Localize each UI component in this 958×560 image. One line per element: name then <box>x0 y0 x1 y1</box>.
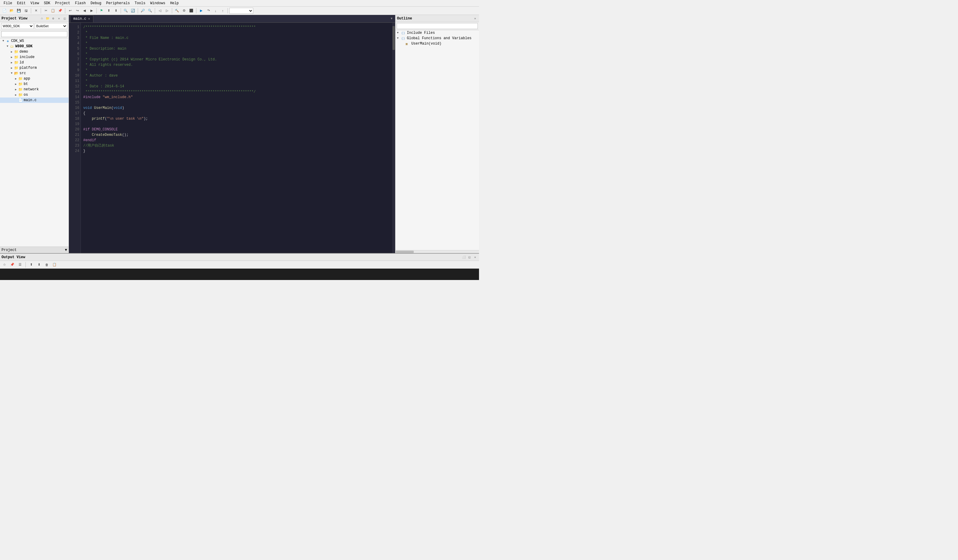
menu-debug[interactable]: Debug <box>88 1 103 6</box>
zoom-out-btn[interactable]: 🔍 <box>147 8 153 14</box>
menu-help[interactable]: Help <box>168 1 181 6</box>
forward-btn[interactable]: ▶ <box>88 8 95 14</box>
output-next-btn[interactable]: ⬇ <box>36 261 42 268</box>
panel-settings-icon[interactable]: ⚙ <box>51 16 56 21</box>
menu-project[interactable]: Project <box>53 1 73 6</box>
tree-item-network[interactable]: ▶ 📁 network <box>0 87 68 92</box>
output-content[interactable] <box>0 269 479 280</box>
label-include: include <box>19 55 35 59</box>
panel-home-icon[interactable]: ⌂ <box>40 16 44 21</box>
tree-item-platform[interactable]: ▶ 📁 platform <box>0 65 68 71</box>
output-clear-btn[interactable]: 🗑 <box>43 261 50 268</box>
code-editor[interactable]: 12345 678910 1112131415 1617181920 21222… <box>69 23 395 253</box>
output-close-icon[interactable]: ✕ <box>473 255 477 259</box>
sep1 <box>31 8 31 13</box>
out-sep1 <box>25 262 26 267</box>
outline-scroll-thumb[interactable] <box>396 251 414 253</box>
scrollbar-thumb[interactable] <box>392 26 395 50</box>
prev-btn[interactable]: ◁ <box>157 8 163 14</box>
undo-btn[interactable]: ↩ <box>67 8 73 14</box>
back-btn[interactable]: ◀ <box>81 8 88 14</box>
panel-float-icon[interactable]: ◱ <box>62 16 67 21</box>
menu-edit[interactable]: Edit <box>15 1 28 6</box>
tree-item-w800[interactable]: ▼ 🗂 W800_SDK <box>0 44 68 49</box>
new-file-btn[interactable]: 📄 <box>1 8 8 14</box>
sep7 <box>155 8 155 13</box>
tree-item-bt[interactable]: ▶ 📁 bt <box>0 81 68 87</box>
output-star-btn[interactable]: ☆ <box>1 261 8 268</box>
tree-item-main-c[interactable]: 📄 main.c <box>0 98 68 103</box>
step-over-btn[interactable]: ↷ <box>205 8 212 14</box>
zoom-in-btn[interactable]: 🔎 <box>140 8 146 14</box>
arrow-os: ▶ <box>14 93 18 96</box>
panel-folder-icon[interactable]: 📁 <box>45 16 50 21</box>
target-dropdown[interactable] <box>229 8 253 14</box>
project-bottom-arrow[interactable]: ▼ <box>65 248 67 252</box>
output-prev-btn[interactable]: ⬆ <box>28 261 35 268</box>
menu-windows[interactable]: Windows <box>148 1 168 6</box>
output-float-icon[interactable]: ◱ <box>467 255 472 259</box>
output-copy-btn[interactable]: 📋 <box>51 261 58 268</box>
redo-btn[interactable]: ↪ <box>74 8 81 14</box>
prev-bookmark-btn[interactable]: ⬆ <box>105 8 112 14</box>
output-pin-btn[interactable]: 📌 <box>9 261 16 268</box>
tree-item-app[interactable]: ▶ 📁 app <box>0 76 68 81</box>
tree-item-include[interactable]: ▶ 📁 include <box>0 54 68 60</box>
outline-item-include-files[interactable]: ▼ ⟨⟩ Include Files <box>395 30 479 36</box>
code-content[interactable]: /***************************************… <box>81 23 392 253</box>
outline-item-global-functions[interactable]: ▼ ⟨⟩ Global Functions and Variables <box>395 36 479 41</box>
output-maximize-icon[interactable]: ⬜ <box>462 255 466 259</box>
sep2 <box>41 8 41 13</box>
tree-item-ld[interactable]: ▶ 📁 ld <box>0 60 68 65</box>
search-btn[interactable]: 🔍 <box>122 8 129 14</box>
stop-btn[interactable]: ⬛ <box>188 8 195 14</box>
cut-btn[interactable]: ✂ <box>43 8 49 14</box>
arrow-demo: ▶ <box>10 50 14 54</box>
menu-sdk[interactable]: SDK <box>41 1 53 6</box>
next-btn[interactable]: ▷ <box>164 8 170 14</box>
project-search-input[interactable] <box>1 31 67 37</box>
step-out-btn[interactable]: ↑ <box>219 8 226 14</box>
build-btn[interactable]: 🔨 <box>174 8 180 14</box>
menu-file[interactable]: File <box>1 1 15 6</box>
outline-close-icon[interactable]: ✕ <box>473 16 477 21</box>
outline-icon-usermain: ▣ <box>406 42 411 46</box>
panel-close-icon[interactable]: ✕ <box>57 16 61 21</box>
editor-tab-dropdown[interactable]: ▼ <box>389 16 394 21</box>
copy-btn[interactable]: 📋 <box>50 8 56 14</box>
outline-header: Outline ✕ <box>395 15 479 22</box>
editor-scrollbar-v[interactable] <box>392 23 395 253</box>
open-btn[interactable]: 📂 <box>8 8 15 14</box>
outline-search-input[interactable] <box>397 23 478 29</box>
save-all-btn[interactable]: 🖫 <box>23 8 29 14</box>
project-panel: Project View ⌂ 📁 ⚙ ✕ ◱ W800_SDK BuildSet… <box>0 15 69 253</box>
tab-close-main-c[interactable]: ✕ <box>88 17 90 21</box>
close-btn[interactable]: ✕ <box>33 8 39 14</box>
menu-peripherals[interactable]: Peripherals <box>104 1 132 6</box>
menu-flash[interactable]: Flash <box>73 1 88 6</box>
buildset-dropdown[interactable]: BuildSet <box>35 23 67 29</box>
editor-tab-main-c[interactable]: main.c ✕ <box>70 15 94 22</box>
rebuild-btn[interactable]: ⚙ <box>181 8 187 14</box>
arrow-w800: ▼ <box>5 45 10 48</box>
outline-item-usermain[interactable]: ▣ UserMain(void) <box>395 41 479 46</box>
arrow-bt: ▶ <box>14 82 18 86</box>
next-bookmark-btn[interactable]: ⬇ <box>113 8 119 14</box>
tree-item-src[interactable]: ▼ 📂 src <box>0 71 68 76</box>
output-toolbar: ☆ 📌 ☰ ⬆ ⬇ 🗑 📋 <box>0 261 479 269</box>
bookmark-btn[interactable]: ⚑ <box>98 8 105 14</box>
tree-item-os[interactable]: ▶ 📁 os <box>0 92 68 98</box>
output-filter-btn[interactable]: ☰ <box>17 261 23 268</box>
menu-tools[interactable]: Tools <box>132 1 148 6</box>
tree-item-cdk-ws[interactable]: ▼ ◈ CDK_WS <box>0 38 68 44</box>
menu-view[interactable]: View <box>28 1 41 6</box>
replace-btn[interactable]: 🔄 <box>130 8 136 14</box>
paste-btn[interactable]: 📌 <box>57 8 63 14</box>
outline-scroll-h[interactable] <box>395 250 479 253</box>
debug-btn[interactable]: ▶ <box>198 8 205 14</box>
tree-item-demo[interactable]: ▶ 📁 demo <box>0 49 68 54</box>
workspace-dropdown[interactable]: W800_SDK <box>1 23 34 29</box>
save-btn[interactable]: 💾 <box>16 8 22 14</box>
step-in-btn[interactable]: ↓ <box>212 8 219 14</box>
menu-bar: File Edit View SDK Project Flash Debug P… <box>0 0 479 6</box>
